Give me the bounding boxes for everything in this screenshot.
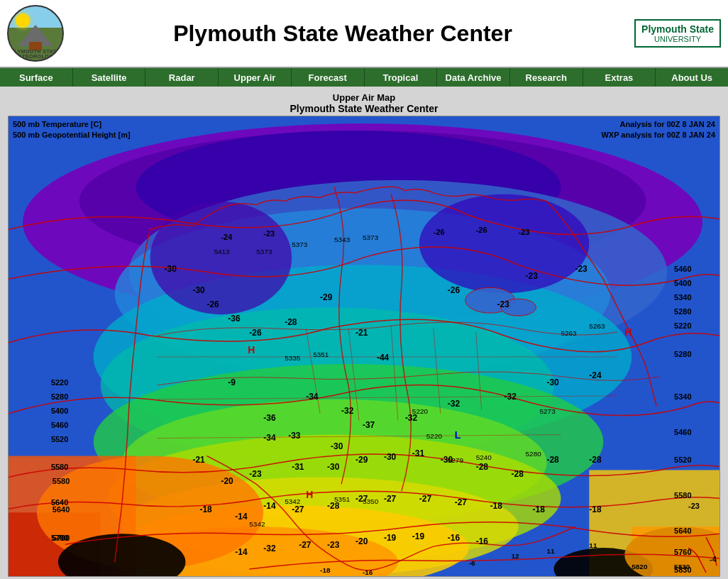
svg-text:5220: 5220 [51,378,68,387]
svg-text:5373: 5373 [363,233,379,241]
svg-text:5820: 5820 [632,563,648,570]
page-header: PLYMOUTH STATE METEOROLOGY Plymouth Stat… [0,0,728,68]
svg-text:-30: -30 [546,377,559,387]
svg-text:12: 12 [512,552,520,560]
svg-text:5273: 5273 [540,407,556,415]
svg-text:5240: 5240 [476,453,492,461]
svg-text:-27: -27 [419,494,432,504]
svg-text:-14: -14 [235,512,248,522]
svg-text:-27: -27 [455,497,468,507]
svg-text:-4: -4 [710,555,717,563]
svg-text:5580: 5580 [53,477,70,485]
nav-item-surface[interactable]: Surface [0,68,73,87]
svg-text:-19: -19 [384,533,397,543]
weather-map-svg: -30 -30 -26 -36 -26 -28 -29 -21 -44 -26 … [9,116,719,576]
svg-text:-28: -28 [285,317,297,327]
svg-text:5280: 5280 [674,350,691,358]
nav-item-forecast[interactable]: Forecast [292,68,365,87]
svg-text:5220: 5220 [412,407,429,415]
navigation-bar: SurfaceSatelliteRadarUpper AirForecastTr… [0,68,728,87]
svg-text:H: H [248,344,255,355]
svg-text:-36: -36 [228,314,241,324]
svg-text:5400: 5400 [51,407,68,415]
nav-item-tropical[interactable]: Tropical [365,68,438,87]
svg-text:5351: 5351 [334,495,351,503]
svg-text:-18: -18 [589,504,602,514]
map-top-left-annotation: 500 mb Temperature [C] 500 mb Geopotenti… [13,119,131,141]
svg-text:-9: -9 [228,377,236,387]
svg-text:5280: 5280 [526,450,542,458]
svg-text:5373: 5373 [292,241,308,248]
svg-text:-14: -14 [263,501,276,511]
svg-text:-30: -30 [192,285,205,295]
nav-item-research[interactable]: Research [510,68,583,87]
nav-item-upper-air[interactable]: Upper Air [219,68,292,87]
svg-text:5263: 5263 [561,329,577,337]
svg-text:-30: -30 [165,264,177,274]
svg-text:5280: 5280 [674,307,691,316]
svg-text:-27: -27 [292,504,304,514]
svg-text:5580: 5580 [674,491,691,500]
svg-text:-29: -29 [355,455,368,465]
svg-text:11: 11 [546,547,555,555]
nav-item-about-us[interactable]: About Us [656,68,728,87]
svg-text:-26: -26 [434,228,445,236]
svg-text:5342: 5342 [285,497,301,505]
svg-text:5520: 5520 [674,456,691,464]
svg-text:-31: -31 [412,448,425,458]
svg-text:-24: -24 [221,233,233,241]
weather-map-container: -30 -30 -26 -36 -26 -28 -29 -21 -44 -26 … [8,116,720,577]
meteorology-logo: PLYMOUTH STATE METEOROLOGY [7,5,64,62]
svg-text:5380: 5380 [334,575,351,576]
svg-text:-32: -32 [448,399,460,409]
svg-text:5400: 5400 [674,279,691,287]
svg-text:5520: 5520 [51,435,68,443]
svg-text:5279: 5279 [448,456,464,464]
svg-text:-18: -18 [199,504,212,514]
svg-text:-16: -16 [448,533,460,543]
svg-text:5220: 5220 [674,321,691,330]
nav-item-radar[interactable]: Radar [145,68,219,87]
svg-text:-37: -37 [363,420,375,430]
map-subtitle: Plymouth State Weather Center [7,103,721,114]
svg-text:11: 11 [589,541,597,549]
svg-text:5220: 5220 [426,432,443,440]
svg-text:5830: 5830 [674,563,690,570]
svg-text:5460: 5460 [674,265,691,273]
nav-item-data-archive[interactable]: Data Archive [437,68,510,87]
svg-text:-18: -18 [490,501,503,511]
svg-text:-32: -32 [341,406,354,416]
svg-text:5580: 5580 [51,463,68,471]
svg-point-21 [150,202,292,315]
nav-item-extras[interactable]: Extras [583,68,656,87]
svg-text:-23: -23 [688,502,700,510]
svg-text:5640: 5640 [674,526,691,535]
svg-text:5351: 5351 [313,351,329,358]
svg-text:-18: -18 [533,504,546,514]
svg-text:-23: -23 [263,229,275,238]
nav-item-satellite[interactable]: Satellite [73,68,146,87]
svg-text:-23: -23 [526,271,539,281]
svg-text:5343: 5343 [334,236,351,243]
svg-text:-29: -29 [320,292,333,302]
content-area: Upper Air Map Plymouth State Weather Cen… [0,87,728,579]
svg-text:-18: -18 [320,566,331,574]
svg-text:-24: -24 [589,370,602,380]
svg-text:5340: 5340 [674,392,691,401]
svg-text:-16: -16 [363,568,373,576]
svg-text:5335: 5335 [285,354,301,362]
svg-text:5700: 5700 [53,534,70,542]
svg-text:-6: -6 [469,559,475,567]
svg-text:-27: -27 [299,540,311,550]
svg-text:-16: -16 [476,536,489,546]
svg-text:-23: -23 [575,264,588,274]
logo-area: PLYMOUTH STATE METEOROLOGY [7,5,64,62]
svg-text:-27: -27 [384,494,397,504]
svg-text:-30: -30 [331,441,343,451]
svg-text:5460: 5460 [674,428,691,436]
svg-text:-26: -26 [206,299,219,309]
logo-label: PLYMOUTH STATE METEOROLOGY [9,49,62,59]
site-title: Plymouth State Weather Center [64,21,622,47]
svg-text:H: H [624,326,632,338]
svg-text:H: H [306,489,313,500]
